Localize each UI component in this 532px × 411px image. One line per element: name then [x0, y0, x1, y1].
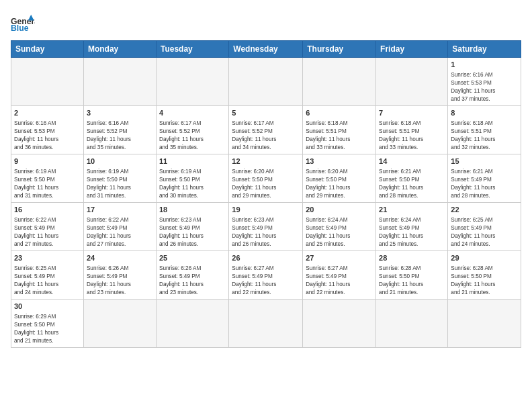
- calendar-cell: 25Sunrise: 6:26 AM Sunset: 5:49 PM Dayli…: [156, 250, 228, 299]
- calendar-cell: 27Sunrise: 6:27 AM Sunset: 5:49 PM Dayli…: [303, 250, 376, 299]
- calendar-cell: 8Sunrise: 6:18 AM Sunset: 5:51 PM Daylig…: [448, 105, 521, 154]
- calendar-cell: 21Sunrise: 6:24 AM Sunset: 5:49 PM Dayli…: [376, 202, 448, 250]
- calendar-cell: 2Sunrise: 6:16 AM Sunset: 5:53 PM Daylig…: [11, 105, 84, 154]
- weekday-header-sunday: Sunday: [11, 41, 84, 58]
- calendar-cell: [303, 299, 376, 347]
- calendar-cell: [156, 299, 228, 347]
- weekday-header-tuesday: Tuesday: [156, 41, 228, 58]
- day-number: 11: [159, 156, 226, 167]
- calendar-cell: 23Sunrise: 6:25 AM Sunset: 5:49 PM Dayli…: [11, 250, 84, 299]
- calendar-cell: [376, 58, 448, 106]
- calendar-week-row: 16Sunrise: 6:22 AM Sunset: 5:49 PM Dayli…: [11, 202, 521, 250]
- general-blue-logo-icon: General Blue: [11, 13, 35, 32]
- calendar-table: SundayMondayTuesdayWednesdayThursdayFrid…: [11, 40, 521, 348]
- day-info: Sunrise: 6:16 AM Sunset: 5:53 PM Dayligh…: [14, 120, 81, 152]
- day-info: Sunrise: 6:27 AM Sunset: 5:49 PM Dayligh…: [306, 265, 373, 297]
- calendar-cell: 28Sunrise: 6:28 AM Sunset: 5:50 PM Dayli…: [376, 250, 448, 299]
- day-info: Sunrise: 6:22 AM Sunset: 5:49 PM Dayligh…: [87, 216, 153, 248]
- weekday-header-wednesday: Wednesday: [229, 41, 303, 58]
- day-info: Sunrise: 6:24 AM Sunset: 5:49 PM Dayligh…: [379, 216, 445, 248]
- day-info: Sunrise: 6:16 AM Sunset: 5:53 PM Dayligh…: [451, 71, 518, 103]
- calendar-cell: 16Sunrise: 6:22 AM Sunset: 5:49 PM Dayli…: [11, 202, 84, 250]
- calendar-cell: 6Sunrise: 6:18 AM Sunset: 5:51 PM Daylig…: [303, 105, 376, 154]
- day-info: Sunrise: 6:28 AM Sunset: 5:50 PM Dayligh…: [379, 265, 445, 297]
- day-number: 6: [306, 108, 373, 118]
- calendar-cell: 1Sunrise: 6:16 AM Sunset: 5:53 PM Daylig…: [448, 58, 521, 106]
- calendar-cell: 18Sunrise: 6:23 AM Sunset: 5:49 PM Dayli…: [156, 202, 228, 250]
- weekday-header-thursday: Thursday: [303, 41, 376, 58]
- day-info: Sunrise: 6:28 AM Sunset: 5:50 PM Dayligh…: [451, 265, 518, 297]
- day-number: 5: [232, 108, 300, 118]
- svg-text:Blue: Blue: [11, 24, 29, 32]
- day-info: Sunrise: 6:20 AM Sunset: 5:50 PM Dayligh…: [232, 168, 300, 200]
- day-info: Sunrise: 6:27 AM Sunset: 5:49 PM Dayligh…: [232, 265, 300, 297]
- day-number: 30: [14, 302, 81, 312]
- day-info: Sunrise: 6:23 AM Sunset: 5:49 PM Dayligh…: [159, 216, 226, 248]
- day-number: 23: [14, 253, 81, 263]
- calendar-cell: 17Sunrise: 6:22 AM Sunset: 5:49 PM Dayli…: [83, 202, 156, 250]
- day-info: Sunrise: 6:16 AM Sunset: 5:52 PM Dayligh…: [87, 120, 153, 152]
- calendar-cell: 10Sunrise: 6:19 AM Sunset: 5:50 PM Dayli…: [83, 154, 156, 202]
- day-number: 14: [379, 156, 445, 167]
- calendar-week-row: 30Sunrise: 6:29 AM Sunset: 5:50 PM Dayli…: [11, 299, 521, 347]
- day-info: Sunrise: 6:17 AM Sunset: 5:52 PM Dayligh…: [159, 120, 226, 152]
- calendar-cell: [448, 299, 521, 347]
- day-info: Sunrise: 6:18 AM Sunset: 5:51 PM Dayligh…: [451, 120, 518, 152]
- day-number: 21: [379, 205, 445, 215]
- day-number: 28: [379, 253, 445, 263]
- calendar-cell: 30Sunrise: 6:29 AM Sunset: 5:50 PM Dayli…: [11, 299, 84, 347]
- calendar-cell: 22Sunrise: 6:25 AM Sunset: 5:49 PM Dayli…: [448, 202, 521, 250]
- day-number: 17: [87, 205, 153, 215]
- calendar-week-row: 9Sunrise: 6:19 AM Sunset: 5:50 PM Daylig…: [11, 154, 521, 202]
- calendar-week-row: 2Sunrise: 6:16 AM Sunset: 5:53 PM Daylig…: [11, 105, 521, 154]
- day-info: Sunrise: 6:19 AM Sunset: 5:50 PM Dayligh…: [14, 168, 81, 200]
- day-info: Sunrise: 6:21 AM Sunset: 5:49 PM Dayligh…: [451, 168, 518, 200]
- day-info: Sunrise: 6:23 AM Sunset: 5:49 PM Dayligh…: [232, 216, 300, 248]
- calendar-cell: [303, 58, 376, 106]
- day-number: 12: [232, 156, 300, 167]
- calendar-cell: 11Sunrise: 6:19 AM Sunset: 5:50 PM Dayli…: [156, 154, 228, 202]
- day-info: Sunrise: 6:29 AM Sunset: 5:50 PM Dayligh…: [14, 313, 81, 345]
- day-number: 19: [232, 205, 300, 215]
- calendar-cell: [156, 58, 228, 106]
- day-info: Sunrise: 6:19 AM Sunset: 5:50 PM Dayligh…: [159, 168, 226, 200]
- calendar-cell: 26Sunrise: 6:27 AM Sunset: 5:49 PM Dayli…: [229, 250, 303, 299]
- day-info: Sunrise: 6:24 AM Sunset: 5:49 PM Dayligh…: [306, 216, 373, 248]
- calendar-cell: 14Sunrise: 6:21 AM Sunset: 5:50 PM Dayli…: [376, 154, 448, 202]
- weekday-header-saturday: Saturday: [448, 41, 521, 58]
- calendar-cell: [229, 299, 303, 347]
- calendar-cell: 9Sunrise: 6:19 AM Sunset: 5:50 PM Daylig…: [11, 154, 84, 202]
- day-info: Sunrise: 6:17 AM Sunset: 5:52 PM Dayligh…: [232, 120, 300, 152]
- day-info: Sunrise: 6:20 AM Sunset: 5:50 PM Dayligh…: [306, 168, 373, 200]
- day-info: Sunrise: 6:19 AM Sunset: 5:50 PM Dayligh…: [87, 168, 153, 200]
- calendar-cell: [229, 58, 303, 106]
- day-number: 15: [451, 156, 518, 167]
- day-number: 20: [306, 205, 373, 215]
- day-number: 7: [379, 108, 445, 118]
- calendar-cell: [83, 58, 156, 106]
- calendar-cell: 5Sunrise: 6:17 AM Sunset: 5:52 PM Daylig…: [229, 105, 303, 154]
- calendar-cell: 12Sunrise: 6:20 AM Sunset: 5:50 PM Dayli…: [229, 154, 303, 202]
- day-number: 1: [451, 60, 518, 70]
- day-number: 16: [14, 205, 81, 215]
- calendar-cell: [376, 299, 448, 347]
- day-info: Sunrise: 6:26 AM Sunset: 5:49 PM Dayligh…: [87, 265, 153, 297]
- day-info: Sunrise: 6:18 AM Sunset: 5:51 PM Dayligh…: [306, 120, 373, 152]
- day-number: 22: [451, 205, 518, 215]
- calendar-cell: [11, 58, 84, 106]
- weekday-header-friday: Friday: [376, 41, 448, 58]
- calendar-week-row: 23Sunrise: 6:25 AM Sunset: 5:49 PM Dayli…: [11, 250, 521, 299]
- day-number: 9: [14, 156, 81, 167]
- day-info: Sunrise: 6:25 AM Sunset: 5:49 PM Dayligh…: [451, 216, 518, 248]
- calendar-cell: 13Sunrise: 6:20 AM Sunset: 5:50 PM Dayli…: [303, 154, 376, 202]
- day-number: 2: [14, 108, 81, 118]
- weekday-header-monday: Monday: [83, 41, 156, 58]
- day-number: 24: [87, 253, 153, 263]
- weekday-header-row: SundayMondayTuesdayWednesdayThursdayFrid…: [11, 41, 521, 58]
- day-info: Sunrise: 6:22 AM Sunset: 5:49 PM Dayligh…: [14, 216, 81, 248]
- day-info: Sunrise: 6:21 AM Sunset: 5:50 PM Dayligh…: [379, 168, 445, 200]
- calendar-cell: 24Sunrise: 6:26 AM Sunset: 5:49 PM Dayli…: [83, 250, 156, 299]
- day-number: 8: [451, 108, 518, 118]
- calendar-cell: 4Sunrise: 6:17 AM Sunset: 5:52 PM Daylig…: [156, 105, 228, 154]
- day-number: 18: [159, 205, 226, 215]
